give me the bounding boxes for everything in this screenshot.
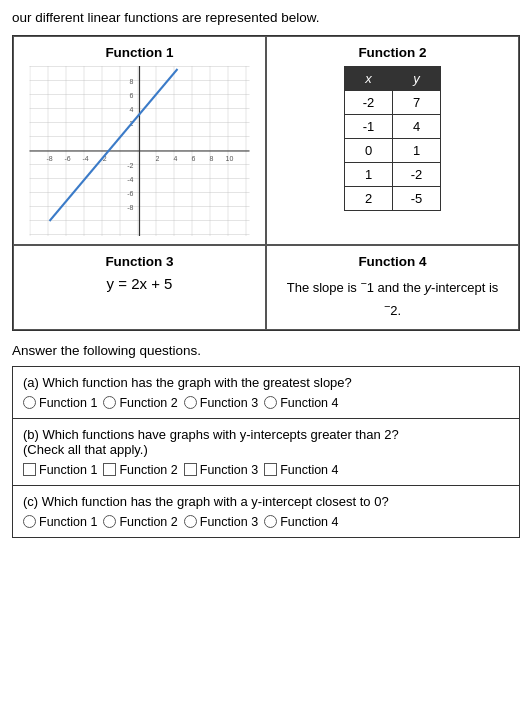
function4-cell: Function 4 The slope is −1 and the y-int… (266, 245, 519, 330)
svg-text:6: 6 (192, 155, 196, 162)
svg-text:6: 6 (130, 92, 134, 99)
option-b-f3[interactable]: Function 3 (184, 463, 258, 477)
option-b-f3-label: Function 3 (200, 463, 258, 477)
radio-c-f4[interactable] (264, 515, 277, 528)
question-a-options: Function 1 Function 2 Function 3 Functio… (23, 396, 509, 410)
question-a-block: (a) Which function has the graph with th… (13, 367, 519, 419)
question-c-text: (c) Which function has the graph with a … (23, 494, 509, 509)
table-row: 2-5 (345, 187, 441, 211)
function1-title: Function 1 (24, 45, 255, 60)
function4-description: The slope is −1 and the y-intercept is −… (277, 275, 508, 321)
option-a-f4[interactable]: Function 4 (264, 396, 338, 410)
answer-section-label: Answer the following questions. (12, 343, 520, 358)
question-b-block: (b) Which functions have graphs with y-i… (13, 419, 519, 486)
checkbox-b-f4[interactable] (264, 463, 277, 476)
table-row: 01 (345, 139, 441, 163)
question-c-options: Function 1 Function 2 Function 3 Functio… (23, 515, 509, 529)
svg-text:10: 10 (226, 155, 234, 162)
option-a-f4-label: Function 4 (280, 396, 338, 410)
svg-text:8: 8 (210, 155, 214, 162)
option-b-f4-label: Function 4 (280, 463, 338, 477)
table-row: 1-2 (345, 163, 441, 187)
table-cell: 0 (345, 139, 393, 163)
table-cell: 7 (393, 91, 441, 115)
table-cell: 2 (345, 187, 393, 211)
option-a-f3-label: Function 3 (200, 396, 258, 410)
question-b-options: Function 1 Function 2 Function 3 Functio… (23, 463, 509, 477)
svg-text:-2: -2 (127, 162, 133, 169)
function2-title: Function 2 (277, 45, 508, 60)
svg-text:8: 8 (130, 78, 134, 85)
option-a-f2-label: Function 2 (119, 396, 177, 410)
function2-cell: Function 2 x y -27-14011-22-5 (266, 36, 519, 245)
table-row: -27 (345, 91, 441, 115)
option-b-f2[interactable]: Function 2 (103, 463, 177, 477)
option-b-f1[interactable]: Function 1 (23, 463, 97, 477)
radio-c-f1[interactable] (23, 515, 36, 528)
table-cell: -5 (393, 187, 441, 211)
option-c-f3[interactable]: Function 3 (184, 515, 258, 529)
function1-cell: Function 1 (13, 36, 266, 245)
table-cell: -1 (345, 115, 393, 139)
option-c-f4[interactable]: Function 4 (264, 515, 338, 529)
table-header-x: x (345, 67, 393, 91)
svg-text:2: 2 (156, 155, 160, 162)
svg-text:-6: -6 (127, 190, 133, 197)
function3-title: Function 3 (24, 254, 255, 269)
function3-equation: y = 2x + 5 (24, 275, 255, 292)
svg-text:4: 4 (130, 106, 134, 113)
svg-text:4: 4 (174, 155, 178, 162)
checkbox-b-f2[interactable] (103, 463, 116, 476)
option-b-f2-label: Function 2 (119, 463, 177, 477)
question-b-subtext: (Check all that apply.) (23, 442, 148, 457)
function3-cell: Function 3 y = 2x + 5 (13, 245, 266, 330)
function2-table: x y -27-14011-22-5 (344, 66, 441, 211)
function4-title: Function 4 (277, 254, 508, 269)
functions-grid: Function 1 (12, 35, 520, 331)
radio-a-f1[interactable] (23, 396, 36, 409)
option-a-f1-label: Function 1 (39, 396, 97, 410)
option-b-f1-label: Function 1 (39, 463, 97, 477)
option-c-f1[interactable]: Function 1 (23, 515, 97, 529)
checkbox-b-f3[interactable] (184, 463, 197, 476)
option-c-f2-label: Function 2 (119, 515, 177, 529)
svg-text:-8: -8 (46, 155, 52, 162)
svg-text:-4: -4 (127, 176, 133, 183)
option-a-f2[interactable]: Function 2 (103, 396, 177, 410)
table-cell: 1 (393, 139, 441, 163)
option-c-f4-label: Function 4 (280, 515, 338, 529)
table-cell: -2 (345, 91, 393, 115)
option-c-f1-label: Function 1 (39, 515, 97, 529)
radio-c-f3[interactable] (184, 515, 197, 528)
option-b-f4[interactable]: Function 4 (264, 463, 338, 477)
radio-a-f4[interactable] (264, 396, 277, 409)
graph-svg: -8 -6 -4 -2 2 4 6 8 10 8 6 4 2 -2 -4 -6 … (24, 66, 255, 236)
radio-c-f2[interactable] (103, 515, 116, 528)
svg-text:-6: -6 (64, 155, 70, 162)
question-c-block: (c) Which function has the graph with a … (13, 486, 519, 537)
option-c-f3-label: Function 3 (200, 515, 258, 529)
question-a-text: (a) Which function has the graph with th… (23, 375, 509, 390)
option-c-f2[interactable]: Function 2 (103, 515, 177, 529)
questions-container: (a) Which function has the graph with th… (12, 366, 520, 538)
radio-a-f2[interactable] (103, 396, 116, 409)
radio-a-f3[interactable] (184, 396, 197, 409)
table-cell: 4 (393, 115, 441, 139)
intro-text: our different linear functions are repre… (12, 10, 520, 25)
function1-graph: -8 -6 -4 -2 2 4 6 8 10 8 6 4 2 -2 -4 -6 … (24, 66, 255, 236)
svg-text:-8: -8 (127, 204, 133, 211)
option-a-f3[interactable]: Function 3 (184, 396, 258, 410)
table-cell: 1 (345, 163, 393, 187)
checkbox-b-f1[interactable] (23, 463, 36, 476)
table-cell: -2 (393, 163, 441, 187)
svg-text:-4: -4 (82, 155, 88, 162)
table-row: -14 (345, 115, 441, 139)
table-header-y: y (393, 67, 441, 91)
question-b-text: (b) Which functions have graphs with y-i… (23, 427, 509, 457)
option-a-f1[interactable]: Function 1 (23, 396, 97, 410)
